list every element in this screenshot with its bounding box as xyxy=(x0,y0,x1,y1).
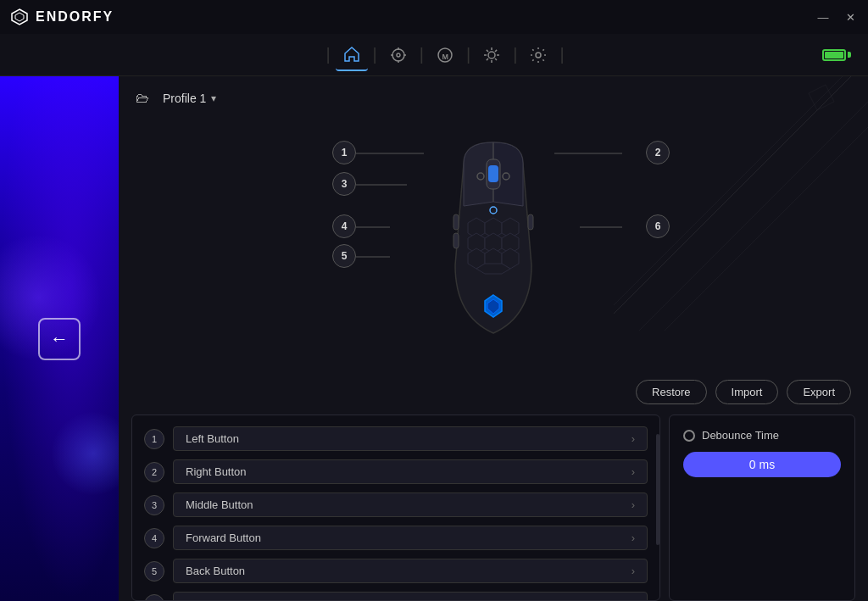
profile-label: Profile 1 xyxy=(163,92,206,105)
navbar: | | | M | xyxy=(0,34,868,76)
btn-label-text-6: DPI Loop xyxy=(186,598,231,601)
svg-line-18 xyxy=(487,58,488,60)
callout-line-4 xyxy=(356,226,390,228)
back-arrow-icon: ← xyxy=(50,328,69,350)
import-button[interactable]: Import xyxy=(715,380,779,404)
button-row-6[interactable]: 6 DPI Loop › xyxy=(132,587,659,601)
svg-marker-1 xyxy=(15,13,24,21)
btn-label-4[interactable]: Forward Button › xyxy=(173,526,648,550)
button-row-2[interactable]: 2 Right Button › xyxy=(132,455,659,488)
battery-tip xyxy=(848,52,851,58)
bottom-panel: 1 Left Button › 2 Right Button › 3 Middl… xyxy=(119,415,868,601)
back-button[interactable]: ← xyxy=(38,318,81,360)
btn-chevron-5: › xyxy=(632,565,635,577)
btn-chevron-1: › xyxy=(632,432,635,445)
callout-circle-4: 4 xyxy=(332,214,356,238)
right-panel: Debounce Time 0 ms xyxy=(669,415,855,601)
svg-text:M: M xyxy=(442,52,449,60)
battery-fill xyxy=(825,52,843,58)
button-row-1[interactable]: 1 Left Button › xyxy=(132,422,659,455)
svg-line-16 xyxy=(495,58,497,60)
nav-sep-5: | xyxy=(559,45,564,64)
btn-chevron-6: › xyxy=(632,598,635,601)
home-icon xyxy=(342,45,361,64)
btn-label-text-5: Back Button xyxy=(186,565,245,577)
btn-num-2: 2 xyxy=(144,462,164,482)
btn-label-3[interactable]: Middle Button › xyxy=(173,492,648,517)
debounce-row: Debounce Time xyxy=(683,429,779,442)
mouse-diagram-area: 1 2 3 xyxy=(119,109,868,380)
button-rows: 1 Left Button › 2 Right Button › 3 Middl… xyxy=(132,422,659,601)
btn-label-1[interactable]: Left Button › xyxy=(173,426,648,451)
nav-macro[interactable]: M xyxy=(429,39,461,71)
btn-label-6[interactable]: DPI Loop › xyxy=(173,592,648,601)
btn-label-text-3: Middle Button xyxy=(186,498,253,511)
btn-num-4: 4 xyxy=(144,528,164,548)
nav-sep-1: | xyxy=(373,45,377,64)
export-button[interactable]: Export xyxy=(787,380,851,404)
close-button[interactable]: ✕ xyxy=(843,9,858,25)
callout-circle-5: 5 xyxy=(332,244,356,268)
folder-icon: 🗁 xyxy=(136,91,149,106)
svg-point-2 xyxy=(392,49,404,61)
debounce-label: Debounce Time xyxy=(702,429,779,442)
callout-circle-1: 1 xyxy=(332,141,356,164)
btn-label-text-2: Right Button xyxy=(186,465,247,478)
callout-line-2 xyxy=(554,153,622,154)
window-controls: — ✕ xyxy=(815,9,858,25)
button-row-3[interactable]: 3 Middle Button › xyxy=(132,488,659,521)
mouse-illustration xyxy=(417,130,570,359)
button-row-4[interactable]: 4 Forward Button › xyxy=(132,521,659,554)
list-scrollbar[interactable] xyxy=(656,434,659,545)
btn-chevron-2: › xyxy=(632,465,635,478)
nav-items: | | | M | xyxy=(68,39,822,71)
callout-line-6 xyxy=(580,226,622,228)
minimize-button[interactable]: — xyxy=(815,9,831,25)
nav-sep-4: | xyxy=(513,45,517,64)
svg-line-17 xyxy=(495,49,497,51)
svg-rect-33 xyxy=(528,214,533,230)
content-area: 🗁 Profile 1 ▾ xyxy=(119,76,868,601)
nav-home[interactable] xyxy=(336,39,368,71)
btn-label-5[interactable]: Back Button › xyxy=(173,559,648,583)
logo-icon xyxy=(10,8,29,26)
chevron-down-icon: ▾ xyxy=(211,92,216,104)
nav-sep-3: | xyxy=(466,45,470,64)
battery-indicator xyxy=(822,49,851,61)
callout-circle-3: 3 xyxy=(332,172,356,196)
svg-line-15 xyxy=(487,49,488,51)
callout-line-3 xyxy=(356,184,407,186)
button-row-5[interactable]: 5 Back Button › xyxy=(132,554,659,587)
nav-lighting[interactable] xyxy=(476,39,508,71)
settings-icon xyxy=(529,46,548,64)
callout-circle-6: 6 xyxy=(646,214,670,238)
titlebar: ENDORFY — ✕ xyxy=(0,0,868,34)
btn-num-1: 1 xyxy=(144,429,164,449)
svg-rect-32 xyxy=(453,233,459,248)
restore-button[interactable]: Restore xyxy=(636,380,707,404)
btn-chevron-4: › xyxy=(632,531,635,544)
debounce-value[interactable]: 0 ms xyxy=(683,452,841,477)
battery-body xyxy=(822,49,846,61)
btn-label-2[interactable]: Right Button › xyxy=(173,459,648,484)
nav-settings[interactable] xyxy=(522,39,554,71)
nav-sep-0: | xyxy=(326,45,330,64)
macro-icon: M xyxy=(436,46,454,64)
main-layout: ← 🗁 Profile 1 ▾ xyxy=(0,76,868,601)
btn-label-text-4: Forward Button xyxy=(186,531,261,544)
sidebar-deco-2 xyxy=(51,411,119,496)
callout-line-1 xyxy=(356,153,424,154)
button-list-panel: 1 Left Button › 2 Right Button › 3 Middl… xyxy=(131,415,660,601)
sidebar: ← xyxy=(0,76,119,601)
action-buttons: Restore Import Export xyxy=(119,380,868,415)
svg-point-3 xyxy=(397,53,400,57)
svg-point-10 xyxy=(488,52,495,58)
debounce-radio[interactable] xyxy=(683,430,695,442)
app-title: ENDORFY xyxy=(36,9,114,25)
btn-num-3: 3 xyxy=(144,495,164,515)
mouse-svg-wrapper: 1 2 3 xyxy=(324,117,663,371)
lighting-icon xyxy=(482,46,501,64)
nav-crosshair[interactable] xyxy=(382,39,415,71)
svg-point-19 xyxy=(536,53,541,58)
profile-dropdown[interactable]: Profile 1 ▾ xyxy=(156,88,223,109)
